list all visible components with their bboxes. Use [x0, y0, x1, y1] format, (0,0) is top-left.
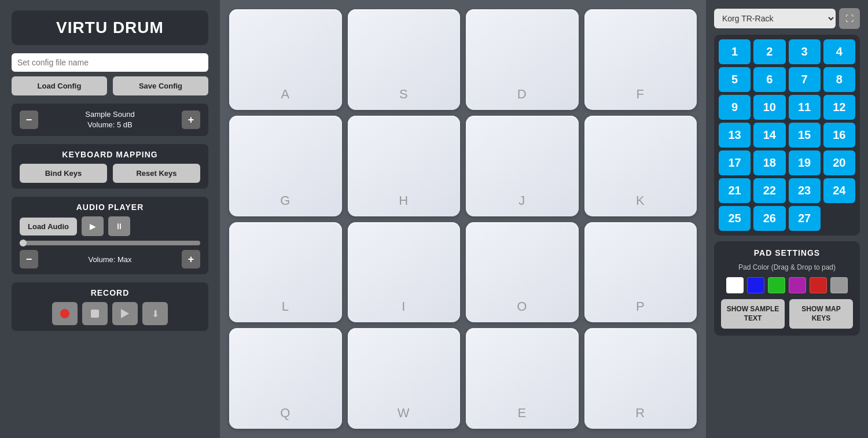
keyboard-mapping-title: KEYBOARD MAPPING: [20, 150, 200, 159]
number-button-8[interactable]: 8: [823, 67, 855, 92]
number-button-24[interactable]: 24: [823, 178, 855, 203]
play-icon: ▶: [90, 222, 96, 231]
number-button-21[interactable]: 21: [719, 178, 751, 203]
number-button-18[interactable]: 18: [753, 150, 785, 175]
record-stop-button[interactable]: [82, 302, 108, 325]
pad-action-buttons: SHOW SAMPLE TEXT SHOW MAP KEYS: [721, 299, 853, 329]
audio-volume-label: Volume: Max: [44, 255, 176, 264]
pad-r[interactable]: R: [584, 328, 697, 429]
pad-i[interactable]: I: [348, 222, 461, 323]
keyboard-mapping-section: KEYBOARD MAPPING Bind Keys Reset Keys: [12, 144, 208, 189]
number-button-1[interactable]: 1: [719, 39, 751, 64]
pause-icon: ⏸: [115, 222, 123, 231]
pads-grid: ASDFGHJKLIOPQWER: [220, 0, 706, 438]
pad-h[interactable]: H: [348, 116, 461, 216]
audio-volume-decrease-button[interactable]: −: [20, 250, 38, 268]
pad-g[interactable]: G: [229, 116, 342, 216]
number-button-7[interactable]: 7: [789, 67, 821, 92]
sample-volume-increase-button[interactable]: +: [182, 111, 200, 129]
pad-f[interactable]: F: [584, 9, 697, 110]
audio-play-button[interactable]: ▶: [82, 216, 104, 236]
pad-key-label: I: [402, 299, 406, 314]
pad-key-label: K: [636, 193, 645, 208]
pad-key-label: A: [281, 87, 290, 102]
pad-s[interactable]: S: [348, 9, 461, 110]
audio-player-title: AUDIO PLAYER: [20, 203, 200, 212]
config-buttons: Load Config Save Config: [12, 76, 208, 95]
show-sample-text-button[interactable]: SHOW SAMPLE TEXT: [721, 299, 785, 329]
pad-key-label: O: [517, 299, 527, 314]
play-icon: [121, 309, 129, 318]
pad-l[interactable]: L: [229, 222, 342, 323]
number-button-25[interactable]: 25: [719, 206, 751, 231]
record-download-button[interactable]: ⬇: [142, 302, 168, 325]
fullscreen-button[interactable]: ⛶: [839, 8, 860, 29]
color-swatch-white[interactable]: [726, 277, 744, 293]
pad-a[interactable]: A: [229, 9, 342, 110]
number-button-20[interactable]: 20: [823, 150, 855, 175]
audio-volume-increase-button[interactable]: +: [182, 250, 200, 268]
color-swatch-gray[interactable]: [830, 277, 848, 293]
pad-key-label: S: [399, 87, 409, 102]
pad-key-label: D: [517, 87, 527, 102]
color-swatch-red[interactable]: [810, 277, 827, 293]
audio-pause-button[interactable]: ⏸: [108, 216, 130, 236]
number-button-13[interactable]: 13: [719, 123, 751, 148]
number-button-10[interactable]: 10: [753, 95, 785, 120]
sample-sound-label: Sample Sound: [44, 109, 176, 120]
pad-o[interactable]: O: [466, 222, 579, 323]
pad-key-label: L: [282, 299, 289, 314]
config-section: Load Config Save Config: [12, 53, 208, 95]
record-title: RECORD: [20, 288, 200, 297]
pad-key-label: P: [636, 299, 645, 314]
number-button-22[interactable]: 22: [753, 178, 785, 203]
number-button-9[interactable]: 9: [719, 95, 751, 120]
color-swatch-green[interactable]: [768, 277, 785, 293]
pad-k[interactable]: K: [584, 116, 697, 216]
number-button-19[interactable]: 19: [789, 150, 821, 175]
config-file-input[interactable]: [12, 53, 208, 72]
preset-row: Korg TR-RackDefault KitElectronic KitAco…: [714, 8, 860, 29]
pad-q[interactable]: Q: [229, 328, 342, 429]
reset-keys-button[interactable]: Reset Keys: [113, 164, 200, 183]
color-swatch-purple[interactable]: [789, 277, 806, 293]
pad-key-label: R: [635, 406, 645, 421]
left-panel: VIRTU DRUM Load Config Save Config − Sam…: [0, 0, 220, 438]
record-play-button[interactable]: [112, 302, 138, 325]
audio-progress-bar[interactable]: [20, 241, 200, 245]
fullscreen-icon: ⛶: [845, 14, 854, 23]
pad-d[interactable]: D: [466, 9, 579, 110]
bind-keys-button[interactable]: Bind Keys: [20, 164, 107, 183]
number-button-3[interactable]: 3: [789, 39, 821, 64]
record-controls: ⬇: [20, 302, 200, 325]
show-map-keys-button[interactable]: SHOW MAP KEYS: [789, 299, 853, 329]
pad-e[interactable]: E: [466, 328, 579, 429]
pad-p[interactable]: P: [584, 222, 697, 323]
number-button-17[interactable]: 17: [719, 150, 751, 175]
color-swatch-blue[interactable]: [747, 277, 764, 293]
keyboard-buttons: Bind Keys Reset Keys: [20, 164, 200, 183]
number-button-2[interactable]: 2: [753, 39, 785, 64]
number-button-11[interactable]: 11: [789, 95, 821, 120]
save-config-button[interactable]: Save Config: [113, 76, 208, 95]
number-button-6[interactable]: 6: [753, 67, 785, 92]
record-button[interactable]: [52, 302, 78, 325]
pad-key-label: Q: [280, 406, 290, 421]
number-button-16[interactable]: 16: [823, 123, 855, 148]
stop-icon: [91, 310, 99, 318]
number-button-23[interactable]: 23: [789, 178, 821, 203]
load-audio-button[interactable]: Load Audio: [20, 218, 77, 235]
load-config-button[interactable]: Load Config: [12, 76, 107, 95]
number-button-14[interactable]: 14: [753, 123, 785, 148]
preset-select[interactable]: Korg TR-RackDefault KitElectronic KitAco…: [714, 9, 836, 28]
number-button-15[interactable]: 15: [789, 123, 821, 148]
record-dot-icon: [60, 309, 69, 318]
pad-w[interactable]: W: [348, 328, 461, 429]
number-button-5[interactable]: 5: [719, 67, 751, 92]
pad-j[interactable]: J: [466, 116, 579, 216]
number-button-4[interactable]: 4: [823, 39, 855, 64]
number-button-26[interactable]: 26: [753, 206, 785, 231]
number-button-27[interactable]: 27: [789, 206, 821, 231]
sample-volume-decrease-button[interactable]: −: [20, 111, 38, 129]
number-button-12[interactable]: 12: [823, 95, 855, 120]
